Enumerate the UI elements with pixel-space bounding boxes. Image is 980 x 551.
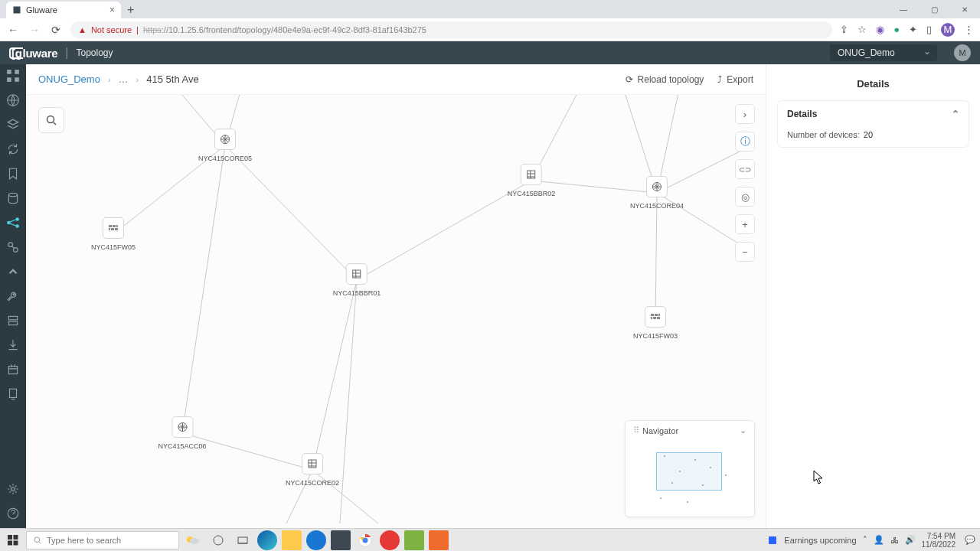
svg-rect-48	[658, 314, 660, 316]
share-icon[interactable]: ⇪	[840, 24, 848, 35]
settings-icon[interactable]	[6, 482, 20, 496]
new-tab-button[interactable]: +	[127, 3, 134, 18]
nav-layers-icon[interactable]	[6, 118, 20, 132]
taskbar-search[interactable]: Type here to search	[26, 531, 179, 549]
svg-rect-1	[7, 70, 11, 74]
topology-node[interactable]: NYC415CORE04	[630, 176, 684, 210]
nav-wrench-icon[interactable]	[6, 289, 20, 303]
url-field[interactable]: ▲ Not secure | https://10.1.25.6/fronten…	[70, 21, 832, 38]
edge-app-icon[interactable]	[257, 530, 277, 550]
tray-people-icon[interactable]: 👤	[874, 535, 884, 545]
minimap-viewport[interactable]	[656, 452, 722, 491]
explorer-app-icon[interactable]	[282, 530, 302, 550]
breadcrumb-mid[interactable]: …	[119, 73, 129, 85]
info-button[interactable]: ⓘ	[735, 132, 755, 152]
app-icon-orange[interactable]	[429, 530, 449, 550]
topology-node[interactable]: NYC415BBR01	[333, 263, 381, 297]
breadcrumb-root[interactable]: ONUG_Demo	[38, 73, 100, 85]
svg-rect-37	[109, 225, 112, 227]
tray-chevron-icon[interactable]: ˄	[863, 535, 867, 545]
nav-calendar-icon[interactable]	[6, 363, 20, 377]
app-icon-putty[interactable]	[331, 530, 351, 550]
topology-node[interactable]: NYC415FW03	[633, 306, 678, 340]
device-core-icon	[214, 129, 236, 150]
svg-line-22	[357, 181, 531, 280]
device-bbr-icon	[521, 164, 542, 185]
tray-network-icon[interactable]: 🖧	[890, 536, 899, 545]
logo[interactable]: [gluware	[9, 47, 57, 60]
news-text[interactable]: Earnings upcoming	[784, 536, 856, 545]
nav-host-icon[interactable]	[6, 387, 20, 401]
taskbar-clock[interactable]: 7:54 PM 11/8/2022	[922, 532, 959, 549]
extensions-icon[interactable]: ✦	[909, 24, 917, 35]
topology-node[interactable]: NYC415ACC06	[158, 416, 206, 450]
nav-refresh-icon[interactable]	[6, 142, 20, 156]
svg-rect-0	[14, 7, 21, 14]
start-button[interactable]	[5, 532, 21, 549]
navigator-header[interactable]: ⠿ Navigator ⌄	[626, 421, 754, 440]
cortana-icon[interactable]	[208, 530, 228, 550]
svg-point-62	[214, 536, 223, 545]
svg-point-6	[8, 193, 17, 197]
details-card-header[interactable]: Details ⌃	[787, 109, 959, 119]
bookmark-icon[interactable]: ☆	[858, 24, 867, 35]
nav-link-icon[interactable]	[6, 240, 20, 254]
tray-volume-icon[interactable]: 🔊	[905, 535, 916, 545]
topology-node[interactable]: NYC415CORE02	[286, 453, 339, 487]
zoom-in-button[interactable]: +	[735, 214, 755, 234]
nav-dashboard-icon[interactable]	[6, 69, 20, 83]
node-label: NYC415CORE02	[286, 479, 339, 487]
chrome-app-icon[interactable]	[355, 530, 375, 550]
nav-globe-icon[interactable]	[6, 93, 20, 107]
topology-node[interactable]: NYC415BBR02	[508, 164, 556, 197]
close-window-button[interactable]: ✕	[949, 0, 980, 18]
reload-button[interactable]: ⟳	[49, 24, 63, 36]
close-tab-icon[interactable]: ×	[109, 5, 115, 15]
extension-icon-1[interactable]: ◉	[876, 24, 884, 35]
help-icon[interactable]	[6, 507, 20, 520]
org-selector[interactable]: ONUG_Demo	[830, 44, 937, 61]
nav-topology-icon[interactable]	[6, 216, 20, 230]
topology-node[interactable]: NYC415CORE05	[198, 129, 252, 162]
panel-icon[interactable]: ▯	[926, 24, 932, 35]
extension-icon-2[interactable]: ●	[893, 24, 900, 35]
topology-node[interactable]: NYC415FW05	[91, 217, 136, 251]
nav-database-icon[interactable]	[6, 191, 20, 205]
locate-button[interactable]: ◎	[735, 187, 755, 207]
zoom-out-button[interactable]: −	[735, 242, 755, 262]
topology-canvas[interactable]: NYC415CORE05NYC415FW05NYC415BBR01NYC415B…	[26, 95, 766, 528]
fit-button[interactable]: ⊂⊃	[735, 159, 755, 179]
app-icon-red[interactable]	[380, 530, 400, 550]
weather-widget[interactable]	[184, 532, 204, 549]
svg-point-54	[47, 116, 54, 123]
nav-download-icon[interactable]	[6, 338, 20, 352]
device-fw-icon	[645, 306, 666, 328]
news-icon[interactable]	[767, 535, 778, 546]
minimize-button[interactable]: —	[888, 0, 919, 18]
expand-panel-button[interactable]: ›	[735, 104, 755, 124]
user-avatar[interactable]: M	[954, 44, 971, 61]
back-button[interactable]: ←	[6, 24, 20, 36]
node-label: NYC415FW03	[633, 332, 678, 340]
reload-topology-button[interactable]: ⟳ Reload topology	[626, 74, 704, 85]
app-icon-blue[interactable]	[306, 530, 326, 550]
forward-button[interactable]: →	[28, 24, 41, 36]
navigator-minimap[interactable]	[626, 440, 754, 517]
nav-server-icon[interactable]	[6, 314, 20, 328]
svg-rect-58	[14, 540, 18, 545]
nav-collapse-icon[interactable]	[6, 265, 20, 279]
svg-rect-41	[111, 228, 114, 230]
device-bbr-icon	[302, 453, 323, 474]
search-button[interactable]	[38, 107, 64, 133]
nav-bookmark-icon[interactable]	[6, 167, 20, 181]
app-icon-green[interactable]	[404, 530, 424, 550]
svg-point-59	[34, 536, 40, 542]
notifications-icon[interactable]: 💬	[965, 535, 975, 545]
maximize-button[interactable]: ▢	[919, 0, 949, 18]
svg-point-9	[15, 224, 19, 228]
menu-icon[interactable]: ⋮	[964, 24, 974, 35]
profile-avatar[interactable]: M	[941, 23, 955, 37]
browser-tab[interactable]: Gluware ×	[6, 2, 121, 18]
task-view-icon[interactable]	[233, 530, 253, 550]
export-button[interactable]: ⤴ Export	[717, 74, 753, 85]
